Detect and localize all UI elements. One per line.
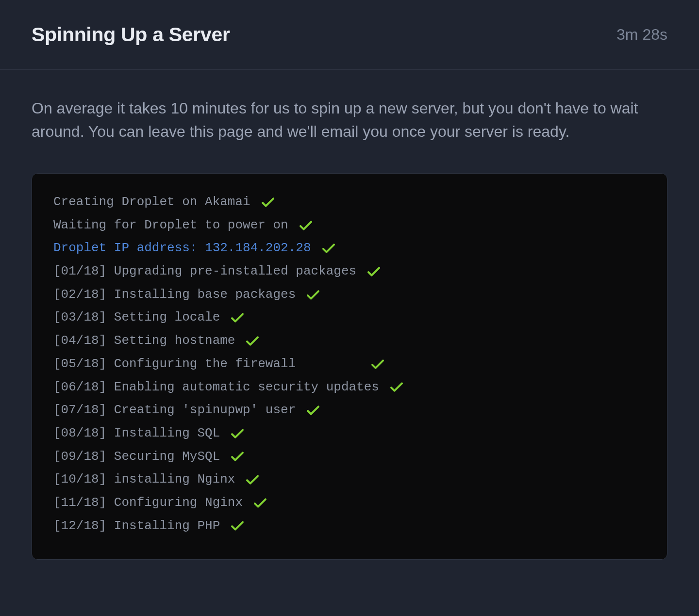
- check-icon: [367, 266, 381, 277]
- check-icon: [231, 428, 244, 439]
- log-text: [11/18] Configuring Nginx: [53, 494, 243, 512]
- check-icon: [299, 220, 313, 231]
- log-text: [09/18] Securing MySQL: [53, 448, 220, 466]
- terminal-log: Creating Droplet on AkamaiWaiting for Dr…: [32, 173, 667, 560]
- check-icon: [306, 290, 320, 300]
- check-icon: [306, 405, 320, 416]
- log-text: [08/18] Installing SQL: [53, 424, 220, 443]
- log-line: Waiting for Droplet to power on: [53, 216, 646, 235]
- log-line: [07/18] Creating 'spinupwp' user: [53, 401, 646, 420]
- log-line: [05/18] Configuring the firewall: [53, 355, 646, 373]
- log-text: [01/18] Upgrading pre-installed packages: [53, 262, 356, 281]
- log-line: [08/18] Installing SQL: [53, 424, 646, 443]
- log-text: Droplet IP address: 132.184.202.28: [53, 239, 311, 258]
- log-line: [10/18] installing Nginx: [53, 470, 646, 489]
- log-line: Droplet IP address: 132.184.202.28: [53, 239, 646, 258]
- log-text: [06/18] Enabling automatic security upda…: [53, 378, 379, 397]
- log-line: [04/18] Setting hostname: [53, 332, 646, 350]
- check-icon: [246, 336, 259, 346]
- log-line: [01/18] Upgrading pre-installed packages: [53, 262, 646, 281]
- log-line: [06/18] Enabling automatic security upda…: [53, 378, 646, 397]
- page-content: On average it takes 10 minutes for us to…: [0, 70, 699, 579]
- check-icon: [253, 498, 267, 508]
- page-title: Spinning Up a Server: [32, 23, 230, 46]
- check-icon: [246, 474, 259, 485]
- log-text: [05/18] Configuring the firewall: [53, 355, 296, 373]
- description-text: On average it takes 10 minutes for us to…: [32, 97, 648, 143]
- check-icon: [231, 520, 244, 531]
- log-text: [07/18] Creating 'spinupwp' user: [53, 401, 296, 420]
- log-line: [03/18] Setting locale: [53, 308, 646, 327]
- check-icon: [261, 197, 275, 208]
- page-header: Spinning Up a Server 3m 28s: [0, 0, 699, 70]
- log-line: Creating Droplet on Akamai: [53, 193, 646, 211]
- check-icon: [231, 312, 244, 323]
- elapsed-time: 3m 28s: [616, 26, 667, 44]
- log-text: Waiting for Droplet to power on: [53, 216, 288, 235]
- check-icon: [390, 382, 403, 392]
- log-text: [02/18] Installing base packages: [53, 286, 296, 304]
- log-line: [02/18] Installing base packages: [53, 286, 646, 304]
- log-line: [12/18] Installing PHP: [53, 517, 646, 535]
- check-icon: [231, 451, 244, 462]
- log-text: [10/18] installing Nginx: [53, 470, 235, 489]
- log-text: [12/18] Installing PHP: [53, 517, 220, 535]
- log-line: [09/18] Securing MySQL: [53, 448, 646, 466]
- log-text: [03/18] Setting locale: [53, 308, 220, 327]
- check-icon: [371, 359, 384, 370]
- log-line: [11/18] Configuring Nginx: [53, 494, 646, 512]
- check-icon: [322, 243, 335, 254]
- log-text: [04/18] Setting hostname: [53, 332, 235, 350]
- log-text: Creating Droplet on Akamai: [53, 193, 250, 211]
